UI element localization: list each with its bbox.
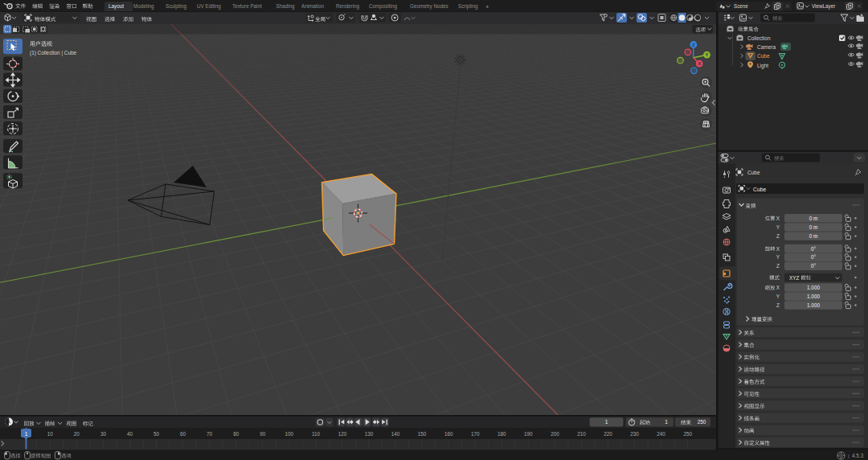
svg-text:0°: 0° xyxy=(811,263,817,269)
svg-text:Z: Z xyxy=(776,263,780,269)
svg-text:Sculpting: Sculpting xyxy=(166,3,186,10)
svg-text:1: 1 xyxy=(605,419,608,425)
svg-text:80: 80 xyxy=(233,431,240,437)
svg-text:Modeling: Modeling xyxy=(133,3,154,10)
svg-text:X: X xyxy=(776,216,780,221)
svg-text:60: 60 xyxy=(180,431,186,437)
svg-text:0 m: 0 m xyxy=(809,224,818,230)
svg-text:0°: 0° xyxy=(811,254,817,260)
svg-text:250: 250 xyxy=(683,431,692,437)
svg-text:240: 240 xyxy=(657,431,665,437)
svg-text:0°: 0° xyxy=(811,246,817,252)
svg-text:X: X xyxy=(776,285,780,290)
svg-text:Y: Y xyxy=(776,224,780,230)
svg-text:Y: Y xyxy=(776,254,780,260)
svg-text:110: 110 xyxy=(312,431,321,437)
svg-text:Scripting: Scripting xyxy=(458,3,478,10)
svg-text:Z: Z xyxy=(776,233,780,239)
svg-text:220: 220 xyxy=(604,431,612,437)
svg-text:X: X xyxy=(776,246,780,252)
svg-text:150: 150 xyxy=(418,431,427,437)
svg-text:250: 250 xyxy=(698,419,706,425)
svg-text:UV Editing: UV Editing xyxy=(197,3,221,10)
svg-text:160: 160 xyxy=(444,431,453,437)
svg-text:Camera: Camera xyxy=(757,44,776,50)
svg-text:(1) Collection | Cube: (1) Collection | Cube xyxy=(30,50,77,56)
svg-text:Texture Paint: Texture Paint xyxy=(232,3,262,9)
svg-text:Cube: Cube xyxy=(747,170,760,175)
svg-text:10: 10 xyxy=(47,431,54,437)
svg-text:180: 180 xyxy=(497,431,506,437)
svg-text:1: 1 xyxy=(665,419,668,425)
svg-text:1: 1 xyxy=(25,431,28,437)
svg-text:90: 90 xyxy=(260,431,266,437)
svg-text:230: 230 xyxy=(630,431,639,437)
svg-text:Z: Z xyxy=(692,43,695,47)
svg-text:Y: Y xyxy=(776,294,780,299)
svg-text:XYZ: XYZ xyxy=(789,275,800,281)
svg-text:+: + xyxy=(485,3,489,10)
svg-text:70: 70 xyxy=(207,431,213,437)
svg-text:40: 40 xyxy=(127,431,133,437)
svg-text:130: 130 xyxy=(365,431,374,437)
svg-text:Compositing: Compositing xyxy=(369,3,397,10)
svg-text:0 m: 0 m xyxy=(809,233,818,239)
svg-text:Scene: Scene xyxy=(734,3,748,9)
svg-text:140: 140 xyxy=(391,431,400,437)
svg-text:120: 120 xyxy=(338,431,347,437)
svg-text:Cube: Cube xyxy=(753,187,766,192)
svg-text:1.000: 1.000 xyxy=(807,302,820,308)
svg-text:Layout: Layout xyxy=(108,3,124,10)
svg-text:Cube: Cube xyxy=(757,53,770,59)
svg-text:X: X xyxy=(698,61,701,66)
svg-text:200: 200 xyxy=(551,431,559,437)
svg-text:Z: Z xyxy=(776,302,780,308)
svg-text:210: 210 xyxy=(577,431,586,437)
svg-text:Rendering: Rendering xyxy=(336,3,360,10)
svg-text:Light: Light xyxy=(757,63,768,69)
svg-text:ViewLayer: ViewLayer xyxy=(812,3,835,10)
svg-text:4.5.3: 4.5.3 xyxy=(852,453,864,458)
svg-text:Shading: Shading xyxy=(276,3,296,10)
svg-text:Geometry Nodes: Geometry Nodes xyxy=(410,3,448,10)
svg-text:30: 30 xyxy=(100,431,107,437)
svg-text:Animation: Animation xyxy=(301,3,324,9)
svg-text:190: 190 xyxy=(524,431,533,437)
svg-text:170: 170 xyxy=(471,431,480,437)
svg-text:0 m: 0 m xyxy=(809,216,818,221)
svg-text:50: 50 xyxy=(154,431,160,437)
svg-text:100: 100 xyxy=(285,431,294,437)
svg-text:20: 20 xyxy=(74,431,80,437)
svg-text:Y: Y xyxy=(706,52,709,57)
svg-text:1.000: 1.000 xyxy=(807,294,820,299)
svg-text:Collection: Collection xyxy=(747,35,771,41)
svg-text:1.000: 1.000 xyxy=(807,285,820,290)
